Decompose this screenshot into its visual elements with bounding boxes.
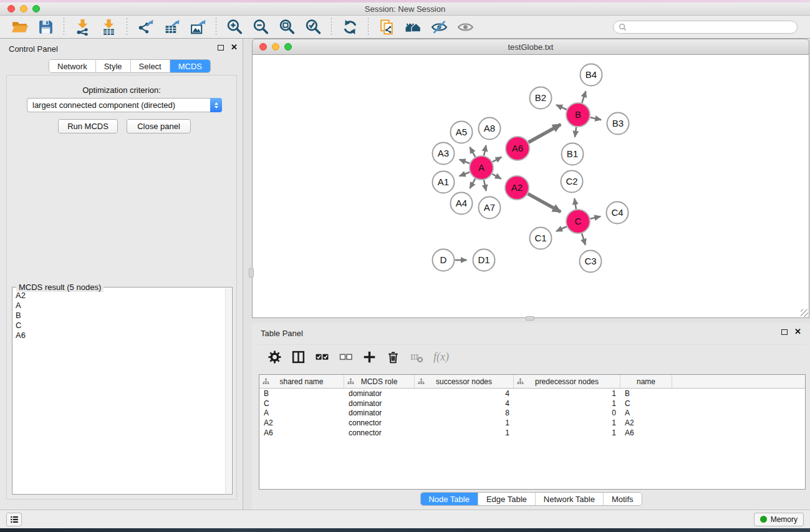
graph-edge-A-A2[interactable]: [492, 174, 501, 179]
export-network-icon[interactable]: [135, 17, 156, 37]
graph-edge-C-C2[interactable]: [574, 198, 576, 209]
graph-node-A8[interactable]: A8: [479, 118, 501, 140]
network-window-titlebar[interactable]: testGlobe.txt: [252, 39, 809, 55]
graph-node-A6[interactable]: A6: [506, 137, 529, 160]
graph-node-A7[interactable]: A7: [479, 197, 501, 219]
apply-layout-icon[interactable]: [339, 17, 360, 37]
cell-name[interactable]: A2: [620, 418, 672, 427]
result-item[interactable]: A6: [16, 331, 223, 341]
close-panel-button[interactable]: Close panel: [127, 119, 191, 133]
export-table-icon[interactable]: [161, 17, 182, 37]
graph-node-A3[interactable]: A3: [433, 143, 455, 165]
graph-edge-C-C1[interactable]: [556, 226, 567, 231]
graph-node-B3[interactable]: B3: [607, 113, 629, 135]
graph-node-C3[interactable]: C3: [580, 251, 602, 273]
graph-edge-A-A4[interactable]: [470, 178, 475, 188]
add-column-icon[interactable]: [359, 347, 380, 368]
graph-node-D[interactable]: D: [433, 249, 455, 271]
float-table-panel-icon[interactable]: [781, 329, 788, 335]
graph-node-C2[interactable]: C2: [561, 171, 583, 193]
graph-node-B1[interactable]: B1: [562, 143, 584, 165]
cell-name[interactable]: A6: [620, 428, 672, 437]
graph-edge-A-A6[interactable]: [493, 157, 502, 162]
optimization-criterion-select[interactable]: largest connected component (directed): [27, 98, 222, 112]
zoom-in-icon[interactable]: [224, 17, 245, 37]
graph-edge-C-C4[interactable]: [591, 216, 601, 219]
network-canvas[interactable]: B4B2BB3A5A8A6B1A3AA1C2A2A4A7C4CC1C3DD1: [252, 55, 809, 318]
zoom-fit-icon[interactable]: [276, 17, 297, 37]
result-scrollbar[interactable]: [225, 288, 231, 493]
task-history-button[interactable]: [6, 513, 22, 526]
hide-graphics-details-icon[interactable]: [428, 17, 450, 37]
cell-name[interactable]: A: [620, 409, 672, 417]
graph-edge-C-C3[interactable]: [582, 233, 586, 245]
cell-mcds-role[interactable]: dominator: [344, 409, 415, 417]
close-table-panel-icon[interactable]: ✕: [794, 329, 801, 335]
graph-node-B4[interactable]: B4: [581, 64, 602, 86]
result-item[interactable]: A2: [16, 291, 223, 301]
tab-network[interactable]: Network: [49, 60, 96, 72]
graph-node-A[interactable]: A: [470, 156, 493, 180]
open-session-icon[interactable]: [9, 17, 30, 37]
graph-edge-A-A3[interactable]: [460, 160, 470, 163]
cell-shared-name[interactable]: A6: [259, 428, 344, 437]
graph-node-C4[interactable]: C4: [607, 202, 629, 224]
select-all-columns-icon[interactable]: [311, 347, 332, 368]
function-builder-icon[interactable]: f(x): [433, 351, 449, 364]
cell-successor-nodes[interactable]: 1: [415, 418, 514, 427]
delete-column-icon[interactable]: [382, 347, 403, 368]
tab-node-table[interactable]: Node Table: [420, 493, 478, 505]
show-graphics-details-icon[interactable]: [455, 17, 476, 37]
deselect-all-columns-icon[interactable]: [335, 347, 356, 368]
tab-motifs[interactable]: Motifs: [604, 493, 642, 505]
cell-shared-name[interactable]: A: [259, 409, 344, 417]
splitter-handle-vertical[interactable]: [249, 268, 254, 278]
column-header-predecessor-nodes[interactable]: predecessor nodes: [514, 375, 620, 388]
tab-style[interactable]: Style: [96, 60, 131, 72]
zoom-out-icon[interactable]: [250, 17, 271, 37]
import-table-icon[interactable]: [98, 17, 119, 37]
cell-successor-nodes[interactable]: 1: [415, 428, 514, 437]
float-panel-icon[interactable]: [218, 45, 224, 51]
cell-predecessor-nodes[interactable]: 1: [514, 428, 620, 437]
graph-edge-B-B4[interactable]: [582, 91, 586, 103]
run-mcds-button[interactable]: Run MCDS: [58, 119, 118, 133]
delete-table-icon[interactable]: [406, 347, 427, 368]
table-row[interactable]: B dominator 4 1 B: [259, 389, 805, 399]
table-row[interactable]: A dominator 8 0 A: [259, 408, 805, 418]
splitter-handle-horizontal[interactable]: [526, 316, 534, 321]
graph-node-B2[interactable]: B2: [530, 87, 552, 109]
result-item[interactable]: C: [16, 321, 223, 331]
graph-node-A1[interactable]: A1: [433, 172, 455, 193]
column-header-shared-name[interactable]: shared name: [259, 375, 344, 388]
graph-edge-A-A5[interactable]: [470, 147, 475, 157]
cell-predecessor-nodes[interactable]: 1: [514, 418, 620, 427]
graph-node-D1[interactable]: D1: [473, 249, 495, 271]
cell-shared-name[interactable]: B: [259, 389, 344, 398]
column-header-mcds-role[interactable]: MCDS role: [344, 375, 415, 388]
duplicate-network-icon[interactable]: [376, 17, 397, 37]
graph-edge-B-B2[interactable]: [556, 105, 567, 110]
import-network-icon[interactable]: [72, 17, 93, 37]
cell-name[interactable]: B: [620, 389, 672, 398]
graph-edge-A-A7[interactable]: [484, 180, 486, 191]
tab-network-table[interactable]: Network Table: [536, 493, 604, 505]
cell-successor-nodes[interactable]: 4: [415, 389, 514, 398]
graph-edge-B-B3[interactable]: [591, 117, 602, 120]
tab-select[interactable]: Select: [131, 60, 170, 72]
window-resize-grip[interactable]: [801, 309, 808, 317]
cell-shared-name[interactable]: C: [259, 399, 344, 408]
cell-successor-nodes[interactable]: 4: [415, 399, 514, 408]
graph-edge-A-A1[interactable]: [460, 172, 470, 176]
cell-predecessor-nodes[interactable]: 0: [514, 409, 620, 417]
export-image-icon[interactable]: [187, 17, 208, 37]
table-options-gear-icon[interactable]: [264, 347, 285, 368]
cell-mcds-role[interactable]: dominator: [344, 399, 415, 408]
cell-successor-nodes[interactable]: 8: [415, 409, 514, 417]
cell-predecessor-nodes[interactable]: 1: [514, 389, 620, 398]
cell-shared-name[interactable]: A2: [259, 418, 344, 427]
show-column-icon[interactable]: [287, 347, 309, 368]
graph-node-A4[interactable]: A4: [451, 193, 473, 215]
tab-edge-table[interactable]: Edge Table: [478, 493, 536, 505]
graph-node-B[interactable]: B: [566, 103, 590, 127]
